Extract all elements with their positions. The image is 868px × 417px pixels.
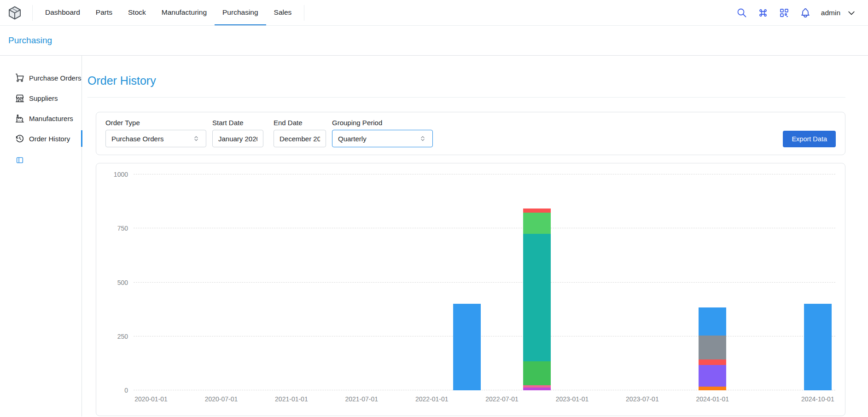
bar-segment[interactable] [804,304,832,390]
gridline: 750 [134,228,835,228]
end-date-input[interactable] [274,130,326,147]
x-axis-tick-label: 2020-07-01 [205,395,238,403]
sidebar-item-label: Manufacturers [29,115,73,122]
y-axis-tick-label: 250 [117,333,128,340]
grouping-period-value: Quarterly [338,135,367,143]
end-date-group: End Date [274,119,326,147]
bar-segment[interactable] [699,359,726,365]
y-axis-tick-label: 0 [124,387,128,394]
bar-segment[interactable] [699,307,726,336]
grouping-period-label: Grouping Period [332,119,433,127]
order-type-value: Purchase Orders [111,135,163,143]
bar-segment[interactable] [699,365,726,387]
divider [304,5,304,21]
divider [87,97,845,98]
bar-stack-2022-04-01[interactable] [453,174,481,390]
sidebar-item-manufacturers[interactable]: Manufacturers [0,108,82,128]
bar-segment[interactable] [699,336,726,359]
x-axis-tick-label: 2022-01-01 [415,395,449,403]
x-axis-tick-label: 2022-07-01 [485,395,518,403]
nav-tab-manufacturing[interactable]: Manufacturing [154,0,215,25]
y-axis-tick-label: 500 [117,279,128,286]
breadcrumb-bar: Purchasing [0,26,868,56]
order-history-chart-card: 025050075010002020-01-012020-07-012021-0… [96,163,845,416]
grouping-period-group: Grouping Period Quarterly [332,119,433,147]
bar-segment[interactable] [523,361,551,385]
y-axis-tick-label: 750 [117,225,128,232]
gridline: 0 [134,390,835,390]
gridline: 250 [134,336,835,336]
filter-panel: Order Type Purchase Orders Start Date En… [96,112,845,155]
bar-stack-2024-10-01[interactable] [804,174,832,390]
sidebar-item-order-history[interactable]: Order History [0,128,82,149]
order-type-label: Order Type [105,119,206,127]
start-date-label: Start Date [212,119,263,127]
start-date-input[interactable] [212,130,263,147]
gridline: 1000 [134,174,835,174]
bar-segment[interactable] [523,388,551,390]
x-axis-tick-label: 2024-10-01 [801,395,834,403]
sidebar-item-label: Purchase Orders [29,74,81,82]
gridline: 500 [134,282,835,283]
x-axis-tick-label: 2020-01-01 [134,395,168,403]
nav-tab-sales[interactable]: Sales [266,0,300,25]
bar-segment[interactable] [699,387,726,390]
sidebar-item-suppliers[interactable]: Suppliers [0,88,82,108]
bar-stack-2024-01-01[interactable] [699,174,726,390]
history-clock-icon [15,133,25,144]
bar-segment[interactable] [523,234,551,361]
divider [32,5,33,21]
order-type-select[interactable]: Purchase Orders [105,130,206,147]
bar-segment[interactable] [453,304,481,390]
sidebar-item-purchase-orders[interactable]: Purchase Orders [0,68,82,88]
building-store-icon [15,93,25,103]
selector-updown-icon [419,134,427,143]
page-title: Order History [87,74,845,87]
user-menu[interactable]: admin [821,8,856,17]
export-data-button[interactable]: Export Data [783,131,836,147]
nav-tab-stock[interactable]: Stock [120,0,154,25]
navbar-actions: admin [736,7,856,18]
chevron-down-icon[interactable] [847,8,856,17]
command-icon[interactable] [757,7,769,18]
search-icon[interactable] [736,7,747,18]
user-name: admin [821,9,840,17]
main-nav-tabs: Dashboard Parts Stock Manufacturing Purc… [37,0,299,25]
sidebar-item-label: Suppliers [29,94,58,102]
bar-stack-2022-10-01[interactable] [523,174,551,390]
top-navbar: Dashboard Parts Stock Manufacturing Purc… [0,0,868,26]
main-content: Order History Order Type Purchase Orders… [82,56,868,417]
y-axis-tick-label: 1000 [114,171,128,178]
sidebar-item-label: Order History [29,135,70,143]
nav-tab-purchasing[interactable]: Purchasing [215,0,266,25]
grouping-period-select[interactable]: Quarterly [332,130,433,147]
x-axis-tick-label: 2021-07-01 [345,395,378,403]
x-axis-tick-label: 2021-01-01 [275,395,308,403]
chart-plot-area: 025050075010002020-01-012020-07-012021-0… [134,174,835,390]
x-axis-tick-label: 2023-07-01 [626,395,659,403]
selector-updown-icon [192,134,200,143]
start-date-group: Start Date [212,119,263,147]
page-layout: Purchase Orders Suppliers [0,56,868,417]
end-date-label: End Date [274,119,326,127]
cart-icon [15,73,25,83]
x-axis-tick-label: 2024-01-01 [696,395,729,403]
qr-scan-icon[interactable] [779,7,790,18]
sidebar-collapse-icon[interactable] [16,156,24,164]
breadcrumb[interactable]: Purchasing [8,35,52,46]
order-type-group: Order Type Purchase Orders [105,119,206,147]
factory-icon [15,113,25,123]
purchasing-sidebar: Purchase Orders Suppliers [0,56,82,417]
notifications-bell-icon[interactable] [800,7,811,18]
bar-segment[interactable] [523,208,551,212]
nav-tab-parts[interactable]: Parts [88,0,120,25]
x-axis-tick-label: 2023-01-01 [556,395,589,403]
nav-tab-dashboard[interactable]: Dashboard [37,0,88,25]
bar-segment[interactable] [523,213,551,234]
app-logo-icon[interactable] [7,6,22,20]
